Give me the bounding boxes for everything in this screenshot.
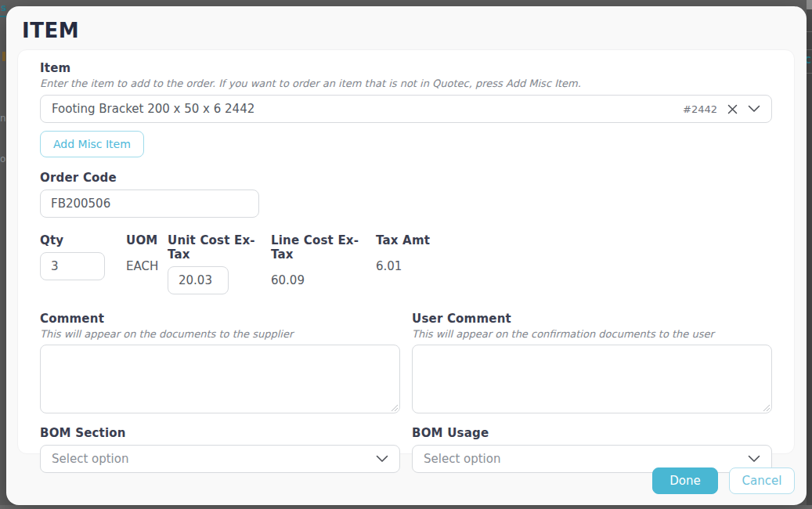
background-edge (807, 31, 812, 32)
tax-amt-label: Tax Amt (376, 233, 430, 247)
unit-cost-label: Unit Cost Ex-Tax (168, 233, 271, 262)
comment-textarea-wrap (40, 345, 400, 413)
bom-section-select[interactable]: Select option (40, 445, 400, 473)
unit-cost-input[interactable] (168, 266, 229, 294)
background-fragment-dot (2, 52, 5, 61)
cancel-button[interactable]: Cancel (729, 467, 795, 494)
user-comment-textarea[interactable] (412, 345, 772, 413)
item-ref-badge: #2442 (683, 103, 717, 115)
background-edge (807, 73, 812, 74)
bom-section-label: BOM Section (40, 426, 400, 440)
comment-label: Comment (40, 312, 400, 326)
item-helper-text: Enter the item to add to the order. If y… (40, 78, 772, 89)
item-select[interactable]: Footing Bracket 200 x 50 x 6 2442 #2442 (40, 95, 772, 123)
uom-value: EACH (126, 252, 168, 280)
clear-icon[interactable] (727, 103, 738, 115)
background-fragment: n (0, 113, 6, 124)
chevron-down-icon[interactable] (748, 105, 760, 113)
order-code-label: Order Code (40, 171, 772, 185)
qty-input[interactable] (40, 252, 105, 280)
item-dialog: ITEM Item Enter the item to add to the o… (6, 6, 807, 505)
comments-row: Comment This will appear on the document… (40, 312, 772, 413)
bom-section-placeholder: Select option (52, 452, 376, 466)
line-cost-label: Line Cost Ex-Tax (271, 233, 376, 262)
qty-label: Qty (40, 233, 126, 247)
add-misc-item-button[interactable]: Add Misc Item (40, 131, 144, 157)
background-edge (807, 0, 812, 509)
tax-amt-value: 6.01 (376, 252, 430, 280)
done-button[interactable]: Done (652, 467, 718, 494)
uom-label: UOM (126, 233, 168, 247)
background-fragment-line (0, 16, 6, 17)
comment-textarea[interactable] (40, 345, 400, 413)
item-form-card: Item Enter the item to add to the order.… (17, 49, 795, 454)
chevron-down-icon (748, 455, 760, 463)
bom-usage-placeholder: Select option (424, 452, 748, 466)
comment-helper-text: This will appear on the documents to the… (40, 328, 400, 340)
item-label: Item (40, 61, 772, 75)
bom-usage-label: BOM Usage (412, 426, 772, 440)
user-comment-helper-text: This will appear on the confirmation doc… (412, 328, 772, 340)
background-edge (0, 505, 812, 509)
dialog-title: ITEM (6, 6, 807, 42)
background-edge (807, 49, 812, 50)
background-fragment: o (0, 153, 5, 164)
background-edge (807, 0, 812, 9)
item-select-value: Footing Bracket 200 x 50 x 6 2442 (52, 102, 683, 116)
bom-usage-select[interactable]: Select option (412, 445, 772, 473)
quantity-cost-row: Qty UOM EACH Unit Cost Ex-Tax Line Cost … (40, 233, 772, 294)
user-comment-textarea-wrap (412, 345, 772, 413)
line-cost-value: 60.09 (271, 266, 376, 294)
user-comment-label: User Comment (412, 312, 772, 326)
order-code-input[interactable] (40, 190, 259, 218)
chevron-down-icon (376, 455, 388, 463)
